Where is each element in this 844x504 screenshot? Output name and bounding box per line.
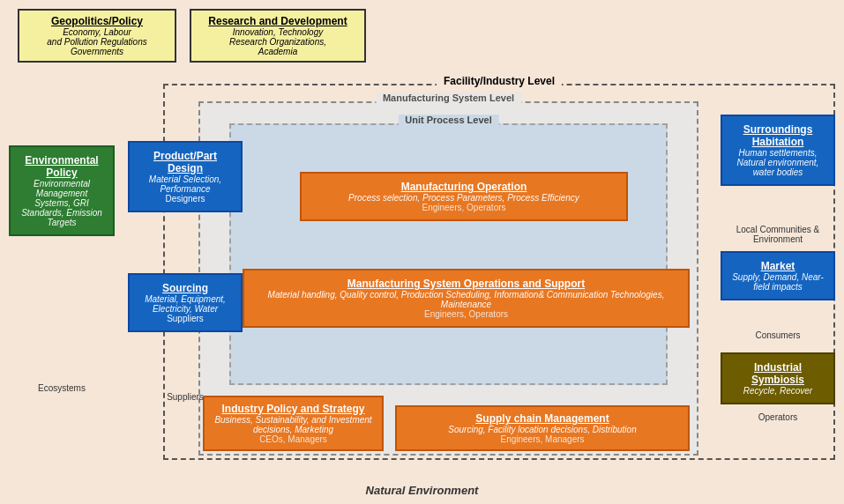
rd-sub2: Research Organizations,: [200, 37, 355, 47]
rd-title: Research and Development: [200, 15, 355, 27]
geopolitics-title: Geopolitics/Policy: [28, 15, 166, 27]
geopolitics-sub3: Governments: [28, 47, 166, 56]
sourcing-actors: Suppliers: [137, 314, 234, 323]
geopolitics-box: Geopolitics/Policy Economy, Labour and P…: [18, 9, 176, 63]
ecosystems-label: Ecosystems: [9, 383, 115, 393]
sourcing-title: Sourcing: [137, 282, 234, 294]
industrial-symbiosis-subtitle: Recycle, Recover: [729, 386, 826, 396]
mfg-system-label: Manufacturing System Level: [376, 93, 521, 103]
mfg-sys-ops-actors: Engineers, Operators: [251, 309, 681, 319]
industry-policy-title: Industry Policy and Strategy: [210, 403, 377, 415]
supply-chain-subtitle: Sourcing, Facility location decisions, D…: [402, 425, 683, 434]
unit-process-label: Unit Process Level: [398, 115, 498, 125]
rd-box: Research and Development Innovation, Tec…: [190, 9, 366, 63]
mfg-operation-actors: Engineers, Operators: [309, 203, 619, 212]
mfg-sys-ops-title: Manufacturing System Operations and Supp…: [251, 278, 681, 290]
consumers-label: Consumers: [721, 330, 835, 340]
geopolitics-sub1: Economy, Labour: [28, 27, 166, 37]
market-title: Market: [729, 260, 826, 272]
industry-policy-subtitle: Business, Sustainability, and Investment…: [210, 415, 377, 434]
supply-chain-actors: Engineers, Managers: [402, 434, 683, 444]
market-subtitle: Supply, Demand, Near-field impacts: [729, 272, 826, 292]
mfg-sys-ops-subtitle: Material handling, Quality control, Prod…: [251, 290, 681, 309]
sourcing-box: Sourcing Material, Equipment, Electricit…: [128, 273, 243, 332]
industry-policy-actors: CEOs, Managers: [210, 434, 377, 444]
mfg-operation-subtitle: Process selection, Process Parameters, P…: [309, 193, 619, 203]
facility-label: Facility/Industry Level: [437, 75, 562, 87]
industry-policy-box: Industry Policy and Strategy Business, S…: [203, 396, 384, 451]
env-policy-subtitle: Environmental Management Systems, GRI St…: [18, 179, 106, 227]
supply-chain-box: Supply chain Management Sourcing, Facili…: [395, 405, 690, 451]
market-box: Market Supply, Demand, Near-field impact…: [721, 251, 835, 300]
rd-sub1: Innovation, Technology: [200, 27, 355, 37]
product-design-subtitle: Material Selection, Performance: [137, 174, 234, 194]
suppliers-label: Suppliers: [128, 392, 243, 402]
supply-chain-title: Supply chain Management: [402, 412, 683, 425]
product-design-box: Product/Part Design Material Selection, …: [128, 141, 243, 212]
industrial-symbiosis-box: Industrial Symbiosis Recycle, Recover: [721, 352, 835, 404]
product-design-title: Product/Part Design: [137, 150, 234, 174]
env-policy-title: Environmental Policy: [18, 154, 106, 179]
rd-sub3: Academia: [200, 47, 355, 56]
surroundings-title: Surroundings Habitation: [729, 123, 826, 148]
main-container: Geopolitics/Policy Economy, Labour and P…: [0, 0, 844, 504]
mfg-operation-title: Manufacturing Operation: [309, 181, 619, 193]
industrial-symbiosis-title: Industrial Symbiosis: [729, 361, 826, 386]
local-communities-label: Local Communities & Environment: [721, 225, 835, 244]
mfg-operation-box: Manufacturing Operation Process selectio…: [300, 172, 628, 221]
mfg-sys-ops-box: Manufacturing System Operations and Supp…: [243, 269, 690, 328]
geopolitics-sub2: and Pollution Regulations: [28, 37, 166, 47]
operators-label: Operators: [721, 412, 835, 422]
natural-env-footer: Natural Environment: [366, 484, 479, 497]
surroundings-subtitle: Human settlements, Natural environment, …: [729, 148, 826, 177]
top-boxes: Geopolitics/Policy Economy, Labour and P…: [18, 9, 835, 63]
product-design-actors: Designers: [137, 194, 234, 204]
unit-process-box: Unit Process Level: [229, 123, 668, 385]
surroundings-box: Surroundings Habitation Human settlement…: [721, 115, 835, 186]
env-policy-box: Environmental Policy Environmental Manag…: [9, 145, 115, 236]
sourcing-subtitle: Material, Equipment, Electricity, Water: [137, 294, 234, 314]
